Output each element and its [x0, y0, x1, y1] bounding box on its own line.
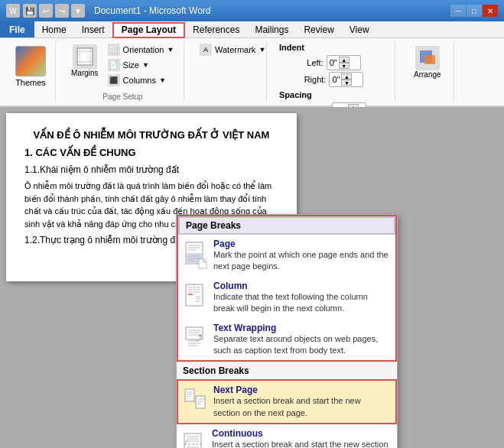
word-icon: W	[6, 4, 20, 18]
page-break-textwrap-item[interactable]: Text Wrapping Separate text around objec…	[178, 319, 395, 361]
save-icon[interactable]: 💾	[23, 4, 37, 18]
watermark-button[interactable]: A Watermark ▼	[197, 43, 268, 57]
svg-rect-28	[186, 327, 203, 339]
redo-icon[interactable]: ↪	[55, 4, 69, 18]
page-break-textwrap-title: Text Wrapping	[213, 323, 389, 333]
page-breaks-header: Page Breaks	[178, 216, 395, 235]
menu-view[interactable]: View	[342, 21, 377, 37]
menu-references[interactable]: References	[185, 21, 247, 37]
orientation-icon: ⬜	[108, 44, 120, 56]
themes-label: Themes	[15, 78, 46, 87]
column-icon	[184, 284, 207, 311]
columns-icon: ⬛	[108, 74, 120, 86]
page-breaks-dropdown: Page Breaks Page	[176, 214, 398, 448]
svg-rect-36	[185, 389, 194, 401]
arrange-group: Arrange	[402, 41, 454, 102]
svg-rect-6	[424, 55, 435, 64]
page-break-textwrap-text: Text Wrapping Separate text around objec…	[213, 323, 389, 357]
ribbon: Themes Margins	[0, 38, 504, 107]
ribbon-small-buttons: ⬜ Orientation ▼ 📄 Size ▼ ⬛ Columns ▼	[105, 43, 177, 87]
doc-title: VẤN ĐỀ Ô NHIỄM MÔI TRƯỜNG ĐẤT Ở VIỆT NAM	[24, 128, 278, 141]
close-button[interactable]: ✕	[483, 5, 498, 17]
section-break-continuous-item[interactable]: 2 Continuous Insert a section break and …	[177, 424, 397, 448]
margins-icon	[73, 44, 97, 69]
menu-file[interactable]: File	[0, 21, 34, 37]
title-bar: W 💾 ↩ ↪ ▼ Document1 - Microsoft Word ─ □…	[0, 0, 504, 21]
indent-right-up[interactable]: ▲	[341, 73, 352, 80]
window-controls: ─ □ ✕	[450, 5, 498, 17]
page-break-column-title: Column	[213, 281, 389, 291]
arrange-label: Arrange	[414, 70, 441, 79]
indent-spacing-group: Indent Left: 0" ▲ ▼ Right: 0" ▲ ▼	[273, 41, 395, 102]
title-bar-left: W 💾 ↩ ↪ ▼ Document1 - Microsoft Word	[6, 4, 211, 18]
section-break-nextpage-item[interactable]: Next Page Insert a section break and sta…	[177, 379, 397, 424]
size-icon: 📄	[108, 59, 120, 71]
section-breaks-header: Section Breaks	[177, 362, 397, 379]
page-background-group: A Watermark ▼	[190, 41, 267, 102]
spacing-label: Spacing	[279, 90, 312, 99]
columns-button[interactable]: ⬛ Columns ▼	[105, 73, 177, 87]
doc-section1: 1. CÁC VẤN ĐỀ CHUNG	[24, 147, 278, 158]
margins-label: Margins	[71, 69, 99, 77]
page-break-page-title: Page	[213, 239, 389, 249]
menu-insert[interactable]: Insert	[74, 21, 112, 37]
more-icon[interactable]: ▼	[71, 4, 85, 18]
themes-button[interactable]: Themes	[12, 43, 49, 90]
arrange-icon	[415, 46, 440, 70]
quick-access-toolbar: 💾 ↩ ↪ ▼	[23, 4, 85, 18]
page-break-column-desc: Indicate that the text following the col…	[213, 291, 389, 315]
page-break-column-text: Column Indicate that the text following …	[213, 281, 389, 315]
indent-left-up[interactable]: ▲	[339, 57, 350, 63]
section-break-continuous-desc: Insert a section break and start the new…	[212, 439, 391, 448]
svg-rect-40	[196, 396, 205, 408]
textwrap-icon	[184, 326, 207, 353]
page-break-page-desc: Mark the point at which one page ends an…	[213, 249, 389, 273]
menu-review[interactable]: Review	[296, 21, 341, 37]
arrange-button[interactable]: Arrange	[408, 43, 447, 82]
section-break-nextpage-text: Next Page Insert a section break and sta…	[213, 385, 389, 419]
nextpage-icon	[184, 388, 207, 416]
section-break-continuous-text: Continuous Insert a section break and st…	[212, 428, 391, 448]
section-break-nextpage-title: Next Page	[213, 385, 389, 395]
indent-left-down[interactable]: ▼	[339, 63, 350, 69]
indent-right-down[interactable]: ▼	[341, 80, 352, 86]
watermark-icon: A	[200, 44, 212, 56]
menu-mailings[interactable]: Mailings	[247, 21, 296, 37]
menu-home[interactable]: Home	[34, 21, 74, 37]
undo-icon[interactable]: ↩	[39, 4, 53, 18]
indent-label: Indent	[279, 43, 304, 52]
page-break-page-item[interactable]: Page Mark the point at which one page en…	[178, 235, 395, 277]
themes-icon	[15, 46, 46, 76]
minimize-button[interactable]: ─	[450, 5, 466, 17]
page-setup-label: Page Setup	[102, 93, 142, 101]
doc-para1: 1.1.Khái niệm ô nhiễm môi trường đất	[24, 163, 278, 177]
page-icon	[184, 242, 207, 269]
title-text: Document1 - Microsoft Word	[94, 5, 211, 16]
maximize-button[interactable]: □	[467, 5, 482, 17]
page-break-page-text: Page Mark the point at which one page en…	[213, 239, 389, 273]
size-button[interactable]: 📄 Size ▼	[105, 58, 177, 72]
menu-bar: File Home Insert Page Layout References …	[0, 21, 504, 38]
page-setup-group: Margins ⬜ Orientation ▼ 📄 Size ▼ ⬛ Colum…	[62, 41, 184, 102]
menu-page-layout[interactable]: Page Layout	[112, 22, 185, 38]
page-break-textwrap-desc: Separate text around objects on web page…	[213, 333, 389, 357]
section-break-continuous-title: Continuous	[212, 428, 391, 439]
svg-text:2: 2	[185, 440, 187, 444]
page-break-column-item[interactable]: Column Indicate that the text following …	[178, 277, 395, 319]
margins-button[interactable]: Margins	[68, 43, 102, 79]
continuous-icon: 2	[183, 432, 206, 448]
section-break-nextpage-desc: Insert a section break and start the new…	[213, 395, 389, 419]
orientation-button[interactable]: ⬜ Orientation ▼	[105, 43, 177, 57]
themes-group: Themes	[6, 41, 56, 102]
